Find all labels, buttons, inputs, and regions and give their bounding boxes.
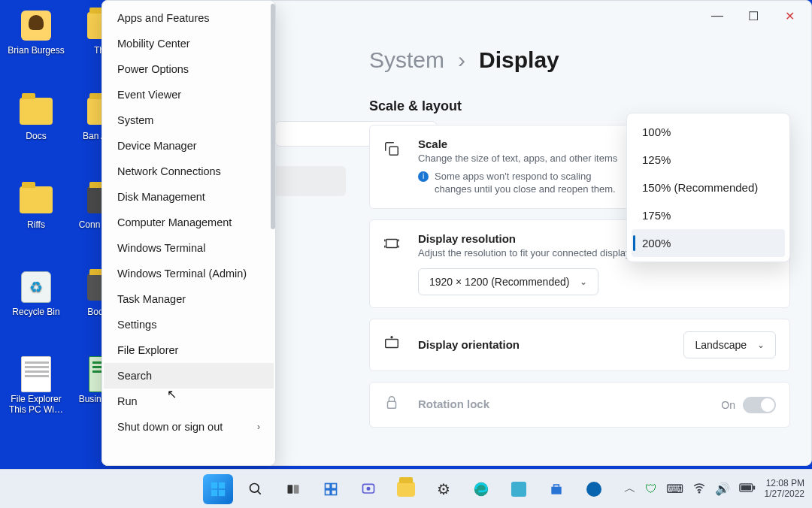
lock-icon bbox=[383, 395, 404, 415]
winx-menu[interactable]: Apps and Features Mobility Center Power … bbox=[102, 0, 276, 466]
svg-rect-3 bbox=[386, 239, 398, 247]
svg-rect-10 bbox=[219, 489, 225, 495]
desktop-icon-recycle[interactable]: Recycle Bin bbox=[6, 271, 66, 317]
taskbar-chat[interactable] bbox=[353, 474, 383, 504]
winx-search[interactable]: Search bbox=[104, 363, 274, 389]
taskbar-app1[interactable] bbox=[504, 474, 534, 504]
tray-date: 1/27/2022 bbox=[765, 489, 804, 500]
tray-keyboard-icon[interactable]: ⌨ bbox=[666, 482, 683, 496]
desktop-icon-user[interactable]: Brian Burgess bbox=[6, 9, 66, 56]
rotation-lock-card: Rotation lock On bbox=[369, 382, 790, 428]
taskbar-widgets[interactable] bbox=[316, 474, 346, 504]
orientation-card[interactable]: Display orientation Landscape ⌄ bbox=[369, 319, 790, 371]
taskbar-search[interactable] bbox=[241, 474, 271, 504]
scale-option-125[interactable]: 125% bbox=[632, 146, 785, 174]
svg-rect-2 bbox=[389, 147, 398, 155]
settings-content: System › Display Scale & layout Scale Ch… bbox=[369, 47, 790, 458]
winx-mobility-center[interactable]: Mobility Center bbox=[104, 31, 274, 56]
desktop-icon-fe-doc[interactable]: File Explorer This PC Wi… bbox=[6, 358, 66, 415]
system-tray: ︿ 🛡 ⌨ 🔊 12:08 PM 1/27/2022 bbox=[624, 479, 804, 500]
desktop-icon-docs[interactable]: Docs bbox=[6, 95, 66, 141]
svg-rect-8 bbox=[219, 482, 225, 488]
taskbar-store[interactable] bbox=[541, 474, 571, 504]
rotation-toggle: On bbox=[721, 397, 776, 413]
tray-battery-icon[interactable] bbox=[739, 482, 756, 496]
resolution-value: 1920 × 1200 (Recommended) bbox=[429, 276, 569, 288]
svg-rect-13 bbox=[288, 485, 293, 494]
section-title: Scale & layout bbox=[369, 98, 790, 114]
winx-system[interactable]: System bbox=[104, 107, 274, 133]
scale-option-100[interactable]: 100% bbox=[632, 118, 785, 146]
winx-windows-terminal[interactable]: Windows Terminal bbox=[104, 235, 274, 261]
svg-rect-15 bbox=[326, 483, 331, 488]
svg-point-11 bbox=[250, 483, 259, 492]
winx-event-viewer[interactable]: Event Viewer bbox=[104, 82, 274, 107]
close-button[interactable]: ✕ bbox=[772, 4, 807, 28]
chevron-down-icon: ⌄ bbox=[757, 340, 765, 350]
breadcrumb-sep: › bbox=[458, 47, 465, 73]
orientation-value: Landscape bbox=[695, 339, 747, 351]
tray-volume-icon[interactable]: 🔊 bbox=[715, 482, 730, 496]
tray-time: 12:08 PM bbox=[765, 479, 804, 489]
winx-run[interactable]: Run bbox=[104, 389, 274, 414]
taskbar-edge[interactable] bbox=[466, 474, 496, 504]
scale-info: Some apps won't respond to scaling chang… bbox=[435, 170, 623, 196]
breadcrumb-parent[interactable]: System bbox=[369, 47, 444, 73]
desktop-icon-riffs[interactable]: Riffs bbox=[6, 183, 66, 230]
chevron-down-icon: ⌄ bbox=[580, 277, 587, 287]
winx-device-manager[interactable]: Device Manager bbox=[104, 133, 274, 159]
svg-rect-25 bbox=[753, 485, 755, 489]
winx-shutdown[interactable]: Shut down or sign out› bbox=[104, 414, 274, 440]
breadcrumb: System › Display bbox=[369, 47, 790, 73]
svg-rect-4 bbox=[386, 339, 398, 347]
svg-line-12 bbox=[258, 491, 261, 494]
svg-rect-24 bbox=[741, 485, 751, 490]
taskbar-app2[interactable] bbox=[579, 474, 609, 504]
svg-point-5 bbox=[391, 337, 392, 338]
resolution-select[interactable]: 1920 × 1200 (Recommended) ⌄ bbox=[418, 268, 598, 295]
winx-windows-terminal-admin[interactable]: Windows Terminal (Admin) bbox=[104, 261, 274, 286]
winx-settings[interactable]: Settings bbox=[104, 312, 274, 337]
info-icon: i bbox=[418, 171, 429, 182]
resolution-icon bbox=[383, 232, 404, 256]
svg-rect-7 bbox=[211, 482, 217, 488]
winx-disk-management[interactable]: Disk Management bbox=[104, 184, 274, 210]
toggle-switch bbox=[743, 397, 776, 413]
start-button[interactable] bbox=[203, 474, 233, 504]
tray-security-icon[interactable]: 🛡 bbox=[645, 482, 657, 496]
svg-rect-16 bbox=[332, 483, 337, 488]
scale-option-200[interactable]: 200% bbox=[632, 229, 785, 257]
taskbar-settings[interactable]: ⚙ bbox=[429, 474, 459, 504]
orientation-select[interactable]: Landscape ⌄ bbox=[683, 331, 776, 358]
rotation-state: On bbox=[721, 399, 735, 411]
chevron-right-icon: › bbox=[257, 422, 260, 432]
scale-dropdown[interactable]: 100% 125% 150% (Recommended) 175% 200% bbox=[626, 113, 790, 262]
winx-network-connections[interactable]: Network Connections bbox=[104, 159, 274, 184]
taskbar: ⚙ ︿ 🛡 ⌨ 🔊 12:08 PM 1/27/2022 bbox=[0, 469, 812, 508]
tray-clock[interactable]: 12:08 PM 1/27/2022 bbox=[765, 479, 804, 500]
winx-task-manager[interactable]: Task Manager bbox=[104, 286, 274, 312]
taskbar-explorer[interactable] bbox=[391, 474, 421, 504]
scale-option-175[interactable]: 175% bbox=[632, 201, 785, 229]
scrollbar-thumb[interactable] bbox=[271, 4, 275, 229]
taskbar-center: ⚙ bbox=[203, 474, 609, 504]
svg-rect-6 bbox=[388, 401, 396, 408]
maximize-button[interactable]: ☐ bbox=[736, 4, 771, 28]
svg-rect-9 bbox=[211, 489, 217, 495]
winx-apps-features[interactable]: Apps and Features bbox=[104, 5, 274, 31]
tray-wifi-icon[interactable] bbox=[692, 481, 706, 497]
winx-power-options[interactable]: Power Options bbox=[104, 56, 274, 82]
winx-computer-management[interactable]: Computer Management bbox=[104, 210, 274, 235]
scale-option-150[interactable]: 150% (Recommended) bbox=[632, 174, 785, 201]
orientation-icon bbox=[383, 335, 404, 355]
rotation-title: Rotation lock bbox=[418, 398, 489, 410]
winx-file-explorer[interactable]: File Explorer bbox=[104, 337, 274, 363]
svg-rect-14 bbox=[294, 485, 299, 494]
minimize-button[interactable]: — bbox=[700, 4, 735, 28]
orientation-title: Display orientation bbox=[418, 338, 520, 351]
taskbar-taskview[interactable] bbox=[278, 474, 308, 504]
svg-point-22 bbox=[698, 491, 700, 493]
svg-rect-17 bbox=[326, 489, 331, 494]
tray-chevron-icon[interactable]: ︿ bbox=[624, 481, 636, 497]
winx-scrollbar[interactable] bbox=[271, 4, 275, 462]
